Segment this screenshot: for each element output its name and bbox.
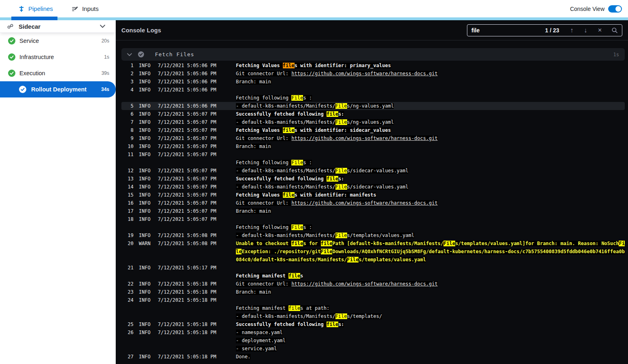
app-root: Pipelines Inputs Console View	[0, 0, 628, 364]
log-message: Fetching following Files :	[236, 86, 625, 102]
search-match: File	[291, 224, 303, 230]
log-link[interactable]: https://github.com/wings-software/harnes…	[291, 71, 437, 76]
log-link[interactable]: https://github.com/wings-software/harnes…	[291, 281, 437, 287]
log-message-line	[236, 86, 625, 94]
log-link[interactable]: https://github.com/wings-software/harnes…	[291, 135, 437, 141]
tab-pipelines[interactable]: Pipelines	[18, 5, 53, 12]
search-match-count: 1 / 23	[545, 27, 559, 34]
log-text: Unable to checkout	[236, 241, 291, 246]
previous-match-button[interactable]: ↑	[565, 27, 579, 34]
stage-label: Rollout Deployment	[31, 86, 96, 93]
next-match-button[interactable]: ↓	[579, 27, 592, 34]
sidebar-item-service[interactable]: Service20s	[0, 33, 116, 49]
log-text: Fetching following	[236, 224, 291, 230]
link-icon	[7, 23, 14, 30]
log-entry: 27INFO7/12/2021 5:05:18 PMDone.	[121, 353, 625, 361]
log-message-line	[236, 150, 625, 159]
log-message: - namespace.yaml- deployment.yaml- servi…	[236, 328, 625, 353]
accent-strip	[0, 17, 628, 20]
log-entry: 4INFO7/12/2021 5:05:06 PMFetching follow…	[121, 86, 625, 102]
log-message: Branch: main	[236, 207, 625, 215]
log-level: INFO	[139, 199, 153, 207]
log-message-line: Successfully fetched following files:	[236, 320, 625, 328]
log-text: - default-k8s-manifests/Manifests/	[236, 119, 335, 125]
sidebar-item-infrastructure[interactable]: Infrastructure1s	[0, 49, 116, 65]
search-match: file	[291, 241, 303, 246]
line-number: 9	[121, 134, 134, 142]
log-message: Fetching following Files :	[236, 215, 625, 231]
log-level: INFO	[139, 280, 153, 288]
log-message: Fetching manifest files at path:- defaul…	[236, 296, 625, 320]
line-number: 22	[121, 280, 134, 288]
log-link[interactable]: https://github.com/wings-software/harnes…	[291, 200, 437, 206]
active-tab-underline	[11, 17, 57, 20]
log-message: - default-k8s-manifests/Manifests/Files/…	[236, 167, 625, 175]
log-message-line: Fetching following Files :	[236, 94, 625, 102]
log-timestamp: 7/12/2021 5:05:07 PM	[158, 183, 216, 191]
log-message-line: Done.	[236, 353, 625, 361]
log-message-line	[236, 296, 625, 304]
pipeline-sidebar: Sidecar Service20sInfrastructure1sExecut…	[0, 20, 116, 364]
log-text: s with identifier: sidecar_values	[295, 127, 391, 133]
log-message-line: Unable to checkout files for filePath [d…	[236, 239, 625, 264]
search-match: file	[327, 322, 338, 327]
console-view-toggle[interactable]	[608, 5, 622, 13]
search-match: file	[289, 273, 300, 279]
search-input[interactable]	[471, 27, 545, 34]
log-text: Branch: main	[236, 208, 271, 214]
log-timestamp: 7/12/2021 5:05:18 PM	[158, 353, 216, 361]
log-message-line: Fetching Values files with identifier: s…	[236, 126, 625, 134]
line-number: 18	[121, 215, 134, 223]
log-message-line: Fetching following Files :	[236, 159, 625, 167]
stage-group-header[interactable]: Sidecar	[0, 20, 116, 33]
log-text: s :	[303, 160, 312, 165]
log-level: INFO	[139, 78, 153, 86]
log-step-header[interactable]: Fetch Files 1s	[121, 48, 625, 61]
log-entry: 24INFO7/12/2021 5:05:18 PMFetching manif…	[121, 296, 625, 320]
console-logs-header: Console Logs 1 / 23 ↑ ↓ ✕	[116, 20, 628, 40]
log-message: Branch: main	[236, 78, 625, 86]
log-text: Branch: main	[236, 144, 271, 149]
log-message-line: - default-k8s-manifests/Manifests/Files/…	[236, 231, 625, 239]
log-entry: 2INFO7/12/2021 5:05:06 PMGit connector U…	[121, 70, 625, 78]
sidebar-item-execution[interactable]: Execution39s	[0, 65, 116, 81]
search-icon[interactable]	[607, 27, 618, 34]
line-number: 17	[121, 207, 134, 215]
stage-list: Service20sInfrastructure1sExecution39sRo…	[0, 33, 116, 97]
search-match: file	[289, 305, 300, 311]
log-message: - default-k8s-manifests/Manifests/Files/…	[236, 231, 625, 239]
log-entry: 15INFO7/12/2021 5:05:07 PMFetching Value…	[121, 191, 625, 199]
stage-duration: 34s	[101, 87, 109, 92]
status-success-icon	[8, 70, 15, 77]
log-message: Unable to checkout files for filePath [d…	[236, 239, 625, 264]
log-message-line: Successfully fetched following files:	[236, 175, 625, 183]
log-timestamp: 7/12/2021 5:05:18 PM	[158, 320, 216, 328]
step-status-success-icon	[138, 51, 144, 58]
sidebar-item-rollout-deployment[interactable]: Rollout Deployment34s	[0, 81, 116, 97]
log-timestamp: 7/12/2021 5:05:07 PM	[158, 175, 216, 183]
log-text: s/templates/values.yaml	[359, 257, 426, 262]
log-timestamp: 7/12/2021 5:05:06 PM	[158, 78, 216, 86]
log-timestamp: 7/12/2021 5:05:07 PM	[158, 167, 216, 175]
log-message: Successfully fetched following files:	[236, 110, 625, 118]
log-text: Fetching manifest	[236, 305, 289, 311]
tab-inputs[interactable]: Inputs	[72, 5, 99, 12]
line-number: 7	[121, 118, 134, 126]
log-entry: 3INFO7/12/2021 5:05:06 PMBranch: main	[121, 78, 625, 86]
log-text: s :	[303, 95, 312, 101]
tab-inputs-label: Inputs	[82, 5, 99, 12]
clear-search-button[interactable]: ✕	[592, 28, 607, 33]
log-message: Fetching Values files with identifier: s…	[236, 126, 625, 134]
log-entry: 12INFO7/12/2021 5:05:07 PM- default-k8s-…	[121, 167, 625, 175]
log-message-line: Fetching following Files :	[236, 223, 625, 231]
log-message-line: Git connector Url: https://github.com/wi…	[236, 199, 625, 207]
log-text: Git connector Url:	[236, 135, 291, 141]
toggle-knob	[615, 6, 621, 12]
log-text: Fetching following	[236, 95, 291, 101]
log-entry: 23INFO7/12/2021 5:05:18 PMBranch: main	[121, 288, 625, 296]
stage-duration: 1s	[104, 54, 109, 60]
log-level: INFO	[139, 191, 153, 199]
log-message-line: - service.yaml	[236, 345, 625, 353]
log-search-box[interactable]: 1 / 23 ↑ ↓ ✕	[467, 24, 622, 36]
log-text: Fetching manifest	[236, 273, 289, 279]
